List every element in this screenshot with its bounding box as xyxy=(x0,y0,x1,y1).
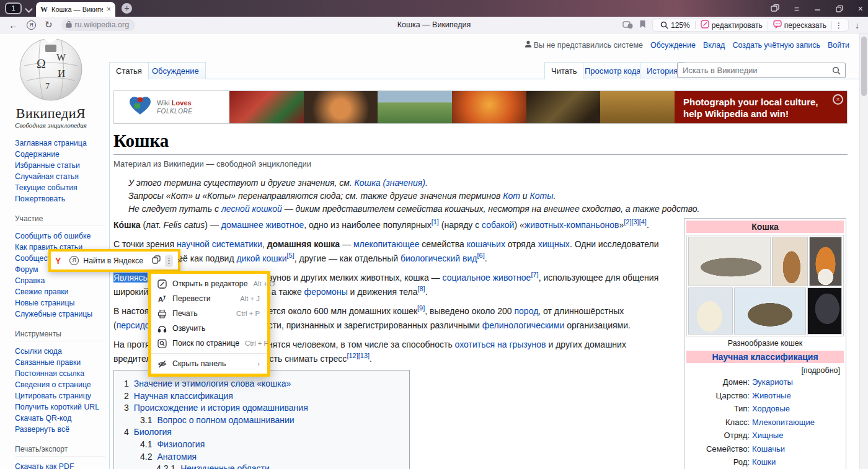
toc-item[interactable]: 2Научная классификация xyxy=(124,390,403,403)
wikipedia-page: Ω W И 7 ВикипедиЯ Свободная энциклопедия… xyxy=(0,33,868,469)
page-scrollbar[interactable] xyxy=(859,33,868,469)
browser-window: 1 W Кошка — Википедия × + ≡ × ← Я ↻ ru.w… xyxy=(0,0,868,469)
toc-item[interactable]: 1Значение и этимология слова «кошка» xyxy=(124,378,403,390)
zoom-control[interactable]: 125% xyxy=(655,21,695,30)
cat-photo[interactable] xyxy=(734,287,806,335)
sidebar-link[interactable]: Служебные страницы xyxy=(15,309,105,320)
cat-photo[interactable] xyxy=(688,237,771,286)
tab-close-button[interactable]: × xyxy=(107,5,111,14)
article-title: Кошка xyxy=(113,131,848,155)
tab-read[interactable]: Читать xyxy=(544,62,583,79)
sidebar-link[interactable]: Постоянная ссылка xyxy=(15,368,105,379)
sidebar-link[interactable]: Цитировать страницу xyxy=(15,390,105,401)
toc-item[interactable]: 3.1Вопрос о полном одомашнивании xyxy=(124,414,403,427)
sidebar-link[interactable]: Пожертвовать xyxy=(15,193,105,204)
cat-photo[interactable] xyxy=(809,237,842,286)
cat-photo[interactable] xyxy=(688,287,733,335)
toc-item[interactable]: 4.2Анатомия xyxy=(124,451,403,463)
table-of-contents: 1Значение и этимология слова «кошка» 2На… xyxy=(113,370,410,469)
classification-header[interactable]: Научная классификация xyxy=(686,351,844,363)
bookmark-button[interactable] xyxy=(639,20,646,30)
menu-icon[interactable]: ≡ xyxy=(794,4,799,14)
sidebar-link[interactable]: Скачать как PDF xyxy=(15,461,105,469)
menu-item-find-on-page[interactable]: Поиск по страницеCtrl + F xyxy=(151,336,267,351)
personal-bar: Вы не представились системе Обсуждение В… xyxy=(525,40,849,50)
edit-mode-button[interactable]: редактировать xyxy=(696,20,768,30)
svg-text:Ω: Ω xyxy=(37,57,46,71)
sidebar-link[interactable]: Справка xyxy=(15,275,105,286)
sidebar-link[interactable]: Скачать QR-код xyxy=(15,413,105,424)
panel-more-button[interactable]: ⋮ xyxy=(165,255,173,267)
cat-collage xyxy=(686,235,844,336)
download-button[interactable]: ↓ xyxy=(855,20,859,30)
yandex-find-panel[interactable]: Y Я Найти в Яндексе ⋮ × xyxy=(48,249,180,272)
wikipedia-logo[interactable]: Ω W И 7 ВикипедиЯ Свободная энциклопедия xyxy=(10,36,92,129)
sidebar-link[interactable]: Сведения о странице xyxy=(15,379,105,390)
personal-link-talk[interactable]: Обсуждение xyxy=(650,41,696,50)
find-in-yandex-button[interactable]: Найти в Яндексе xyxy=(83,256,143,265)
tab-article[interactable]: Статья xyxy=(109,62,149,79)
cat-photo[interactable] xyxy=(772,237,808,286)
sidebar-group-print: Печать/экспорт Скачать как PDF Версия дл… xyxy=(15,444,105,469)
menu-item-open-in-editor[interactable]: Открыть в редактореAlt + O xyxy=(151,276,267,291)
sidebar-link[interactable]: Получить короткий URL xyxy=(15,401,105,413)
login-status: Вы не представились системе xyxy=(525,40,643,50)
tabs-dropdown-button[interactable] xyxy=(26,6,32,12)
minimize-button[interactable] xyxy=(814,5,821,12)
wiki-search-box[interactable] xyxy=(677,63,846,78)
tab-counter-button[interactable]: 1 xyxy=(5,2,22,14)
refresh-button[interactable]: ↻ xyxy=(45,19,53,30)
banner-close-icon[interactable]: × xyxy=(833,94,843,105)
sidebar-link[interactable]: Случайная статья xyxy=(15,171,105,182)
wiki-loves-folklore-banner[interactable]: Wiki Loves FOLKLORE Photograph your loca… xyxy=(113,90,848,124)
yandex-search-icon[interactable]: Я xyxy=(27,20,36,30)
sidebar-link[interactable]: Заглавная страница xyxy=(15,138,105,149)
url-field[interactable]: ru.wikipedia.org xyxy=(61,19,136,31)
scrollbar-thumb[interactable] xyxy=(861,37,867,96)
tabs-collection-button[interactable]: 1 xyxy=(622,20,633,31)
toc-item[interactable]: 3Происхождение и история одомашнивания xyxy=(124,402,403,414)
menu-item-read-aloud[interactable]: Озвучить xyxy=(151,321,267,336)
tab-discussion[interactable]: Обсуждение xyxy=(145,62,206,79)
sidebar-link[interactable]: Избранные статьи xyxy=(15,160,105,171)
wikipedia-favicon: W xyxy=(40,5,48,14)
voice-icon xyxy=(157,324,167,333)
toc-item[interactable]: 4.2.1Неизученные области xyxy=(124,463,403,469)
summarize-button[interactable]: пересказать xyxy=(768,20,831,30)
menu-item-hide-panel[interactable]: Скрыть панель› xyxy=(151,356,267,371)
url-text: ru.wikipedia.org xyxy=(75,20,130,29)
sidebar-link[interactable]: Свежие правки xyxy=(15,286,105,297)
close-button[interactable]: × xyxy=(858,4,863,14)
browser-tab[interactable]: W Кошка — Википедия × xyxy=(36,2,115,17)
banner-photo xyxy=(304,91,378,123)
search-input[interactable] xyxy=(678,66,832,75)
back-button[interactable]: ← xyxy=(9,20,18,30)
search-icon[interactable] xyxy=(832,66,841,75)
sidebar-link[interactable]: Содержание xyxy=(15,149,105,160)
personal-link-login[interactable]: Войти xyxy=(828,41,849,50)
copy-icon[interactable] xyxy=(152,255,161,266)
sidebar-link[interactable]: Развернуть всё xyxy=(15,424,105,435)
new-tab-button[interactable]: + xyxy=(122,3,132,14)
menu-item-translate[interactable]: A ПеревестиAlt + J xyxy=(151,291,267,306)
personal-link-contrib[interactable]: Вклад xyxy=(703,41,725,50)
restore-button[interactable] xyxy=(836,5,843,12)
cat-photo[interactable] xyxy=(807,287,842,335)
toc-item[interactable]: 4.1Физиология xyxy=(124,439,403,451)
menu-item-print[interactable]: ПечатьCtrl + P xyxy=(151,306,267,321)
panel-close-button[interactable]: × xyxy=(177,256,182,265)
sidebar-link[interactable]: Новые страницы xyxy=(15,297,105,309)
dialogs-icon[interactable] xyxy=(771,4,779,13)
more-actions-button[interactable]: ⋮ xyxy=(832,21,846,30)
sidebar-link[interactable]: Текущие события xyxy=(15,182,105,193)
personal-link-create-account[interactable]: Создать учётную запись xyxy=(732,41,820,50)
detail-link[interactable]: [подробно] xyxy=(686,365,844,375)
sidebar-link[interactable]: Связанные правки xyxy=(15,357,105,368)
banner-photos xyxy=(229,91,675,123)
toc-item[interactable]: 4Биология xyxy=(124,426,403,439)
tab-view-source[interactable]: Просмотр кода xyxy=(578,62,648,79)
taxonomy-row: Царство:Животные xyxy=(688,389,843,403)
sidebar-link[interactable]: Ссылки сюда xyxy=(15,346,105,357)
open-in-editor-icon xyxy=(157,279,167,289)
sidebar-link[interactable]: Сообщить об ошибке xyxy=(15,230,105,242)
